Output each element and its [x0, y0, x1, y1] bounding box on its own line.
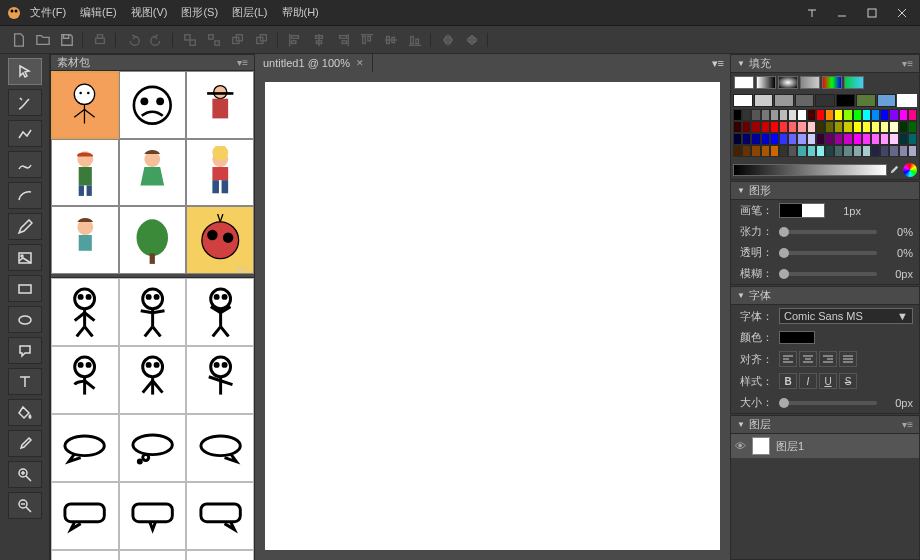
underline-button[interactable]: U — [819, 373, 837, 389]
minimize-button[interactable] — [830, 5, 854, 21]
swatch[interactable] — [880, 145, 889, 157]
swatch[interactable] — [807, 121, 816, 133]
align-bottom-icon[interactable] — [408, 33, 422, 47]
swatch[interactable] — [899, 133, 908, 145]
align-left-icon[interactable] — [288, 33, 302, 47]
swatch-big[interactable] — [877, 94, 897, 107]
print-icon[interactable] — [93, 33, 107, 47]
swatch[interactable] — [779, 121, 788, 133]
fill-type-rainbow[interactable] — [822, 76, 842, 89]
swatch[interactable] — [742, 109, 751, 121]
asset-pack-item[interactable] — [51, 206, 119, 274]
fill-type-radial[interactable] — [778, 76, 798, 89]
align-justify-button[interactable] — [839, 351, 857, 367]
swatch[interactable] — [889, 145, 898, 157]
swatch[interactable] — [761, 145, 770, 157]
panel-menu-icon[interactable]: ▾≡ — [902, 58, 913, 69]
menu-layer[interactable]: 图层(L) — [232, 5, 267, 20]
font-color-swatch[interactable] — [779, 331, 815, 344]
swatch[interactable] — [843, 145, 852, 157]
tool-curve[interactable] — [8, 151, 42, 178]
swatch[interactable] — [908, 145, 917, 157]
opacity-slider[interactable] — [779, 251, 877, 255]
swatch[interactable] — [816, 145, 825, 157]
asset-pack-item[interactable] — [186, 71, 254, 139]
swatch[interactable] — [779, 133, 788, 145]
menu-view[interactable]: 视图(V) — [131, 5, 168, 20]
swatch[interactable] — [843, 121, 852, 133]
swatch[interactable] — [834, 145, 843, 157]
swatch[interactable] — [761, 121, 770, 133]
swatch[interactable] — [862, 121, 871, 133]
swatch[interactable] — [880, 121, 889, 133]
asset-item[interactable] — [51, 414, 119, 482]
swatch[interactable] — [899, 145, 908, 157]
swatch[interactable] — [816, 109, 825, 121]
panel-menu-icon[interactable]: ▾≡ — [237, 263, 248, 274]
swatch[interactable] — [889, 109, 898, 121]
swatch[interactable] — [770, 109, 779, 121]
tool-zoomin[interactable] — [8, 461, 42, 488]
blur-slider[interactable] — [779, 272, 877, 276]
tool-speech[interactable] — [8, 337, 42, 364]
asset-pack-item[interactable] — [51, 139, 119, 207]
swatch[interactable] — [862, 109, 871, 121]
tool-pen[interactable] — [8, 89, 42, 116]
layer-row[interactable]: 👁 图层1 — [731, 434, 919, 458]
swatch[interactable] — [862, 133, 871, 145]
swatch-big[interactable] — [856, 94, 876, 107]
eyedropper-icon[interactable] — [889, 165, 899, 175]
fill-type-pattern[interactable] — [800, 76, 820, 89]
bold-button[interactable]: B — [779, 373, 797, 389]
swatch[interactable] — [825, 145, 834, 157]
back-icon[interactable] — [255, 33, 269, 47]
swatch[interactable] — [797, 145, 806, 157]
fill-type-gradient[interactable] — [844, 76, 864, 89]
align-top-icon[interactable] — [360, 33, 374, 47]
swatch[interactable] — [843, 109, 852, 121]
align-hcenter-icon[interactable] — [312, 33, 326, 47]
asset-item[interactable] — [186, 414, 254, 482]
swatch[interactable] — [862, 145, 871, 157]
asset-item[interactable] — [51, 278, 119, 346]
open-file-icon[interactable] — [36, 33, 50, 47]
tool-eyedrop[interactable] — [8, 430, 42, 457]
swatch[interactable] — [807, 133, 816, 145]
tool-arc[interactable] — [8, 182, 42, 209]
swatch[interactable] — [770, 121, 779, 133]
strike-button[interactable]: S — [839, 373, 857, 389]
tool-imagebox[interactable] — [8, 244, 42, 271]
swatch[interactable] — [807, 145, 816, 157]
swatch[interactable] — [797, 133, 806, 145]
color-wheel-icon[interactable] — [903, 163, 917, 177]
asset-item[interactable] — [186, 346, 254, 414]
asset-item[interactable] — [186, 550, 254, 560]
asset-item[interactable] — [186, 278, 254, 346]
align-center-button[interactable] — [799, 351, 817, 367]
tool-fill[interactable] — [8, 399, 42, 426]
asset-pack-item[interactable] — [119, 71, 187, 139]
swatch[interactable] — [899, 121, 908, 133]
swatch[interactable] — [853, 121, 862, 133]
swatch[interactable] — [825, 121, 834, 133]
swatch-big[interactable] — [897, 94, 917, 107]
text-tool-icon[interactable] — [800, 5, 824, 21]
asset-pack-item[interactable] — [119, 139, 187, 207]
group-icon[interactable] — [183, 33, 197, 47]
tool-text[interactable] — [8, 368, 42, 395]
swatch[interactable] — [779, 109, 788, 121]
swatch[interactable] — [779, 145, 788, 157]
asset-pack-item[interactable] — [119, 206, 187, 274]
swatch[interactable] — [908, 109, 917, 121]
swatch[interactable] — [908, 133, 917, 145]
swatch-big[interactable] — [815, 94, 835, 107]
ungroup-icon[interactable] — [207, 33, 221, 47]
swatch[interactable] — [843, 133, 852, 145]
swatch[interactable] — [853, 109, 862, 121]
swatch[interactable] — [871, 121, 880, 133]
tool-polyline[interactable] — [8, 120, 42, 147]
tool-ellipse[interactable] — [8, 306, 42, 333]
flip-v-icon[interactable] — [465, 33, 479, 47]
swatch[interactable] — [797, 121, 806, 133]
panel-menu-icon[interactable]: ▾≡ — [237, 57, 248, 68]
